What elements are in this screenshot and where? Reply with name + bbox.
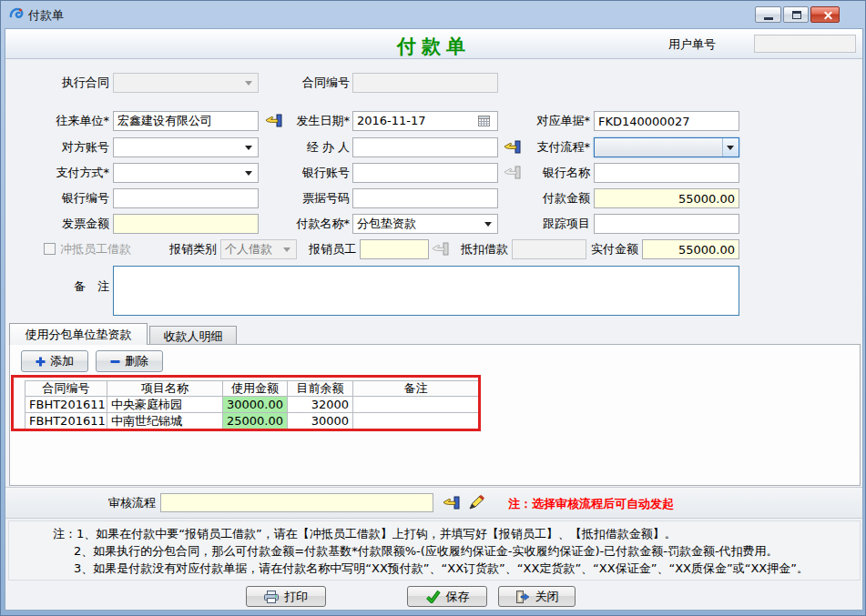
bank-no-label: 银行编号: [35, 188, 109, 208]
exec-contract-label: 执行合同: [42, 73, 109, 93]
bank-no-field[interactable]: [113, 188, 259, 208]
exit-door-icon: [515, 591, 530, 603]
chevron-down-icon: [283, 247, 290, 252]
app-icon: [9, 7, 24, 22]
date-picker-button[interactable]: [473, 113, 496, 129]
counterparty-label: 往来单位*: [35, 111, 109, 131]
occur-date-label: 发生日期*: [282, 111, 350, 131]
review-flow-label: 审核流程: [107, 493, 156, 513]
payment-window: 付款单 付款单 用户单号 执行合同 合同编号 往来单位*: [0, 0, 866, 616]
actual-amount-field[interactable]: [642, 239, 739, 259]
contract-no-field[interactable]: [352, 73, 498, 93]
chevron-down-icon: [245, 146, 252, 150]
review-flow-field[interactable]: [160, 493, 433, 512]
calendar-icon: [478, 116, 490, 126]
track-project-field[interactable]: [594, 214, 739, 234]
note-line-2: 2、如果执行的分包合同，那么可付款金额=付款基数*付款限额%-(应收履约保证金-…: [74, 543, 779, 560]
note-line-3: 3、如果是付款没有对应付款单据，请在付款名称中写明“XX预付款”、“XX订货款”…: [74, 560, 809, 577]
notes-box: 注：1、如果在付款中要“报销员工借款”，请在【冲抵员工借款】上打钩，并填写好【报…: [8, 520, 861, 581]
reimburse-type-label: 报销类别: [158, 239, 217, 259]
user-no-label: 用户单号: [663, 35, 716, 55]
pay-amount-label: 付款金额: [515, 188, 590, 208]
remark-textarea[interactable]: [113, 266, 739, 316]
form-header: 付款单 用户单号: [5, 29, 862, 59]
exec-contract-combo[interactable]: [113, 73, 259, 93]
counterparty-field[interactable]: [113, 111, 259, 131]
pay-method-combo[interactable]: [113, 163, 259, 183]
save-check-icon: [425, 590, 441, 603]
tab-panel: 添加 删除 合同编号 项目名称 使用金额 目前余额 备注 FBHT2016111: [9, 344, 861, 486]
tab-payee-detail[interactable]: 收款人明细: [149, 326, 237, 345]
save-button[interactable]: 保存: [407, 586, 487, 607]
review-flow-strip: 审核流程 注：选择审核流程后可自动发起: [5, 487, 862, 519]
bill-no-field[interactable]: [352, 188, 498, 208]
tab-subcontract-advance[interactable]: 使用分包单位垫资款: [9, 323, 148, 345]
col-project-name[interactable]: 项目名称: [107, 381, 223, 397]
chevron-down-icon: [727, 146, 734, 150]
actual-amount-label: 实付金额: [587, 239, 638, 259]
col-balance[interactable]: 目前余额: [288, 381, 353, 397]
contract-no-label: 合同编号: [282, 73, 350, 93]
plus-icon: [36, 357, 46, 367]
minimize-icon: [764, 17, 773, 20]
pay-name-label: 付款名称*: [282, 214, 350, 234]
review-flow-picker-icon[interactable]: [443, 495, 461, 511]
note-line-1: 注：1、如果在付款中要“报销员工借款”，请在【冲抵员工借款】上打钩，并填写好【报…: [53, 526, 677, 542]
pay-method-label: 支付方式*: [35, 163, 109, 183]
edit-pencil-icon[interactable]: [468, 494, 486, 510]
maximize-icon: [792, 11, 801, 19]
reimburse-employee-field[interactable]: [360, 239, 429, 259]
bill-no-label: 票据号码: [282, 188, 350, 208]
client-area: 付款单 用户单号 执行合同 合同编号 往来单位* 发生日期* 2016-11-1…: [5, 28, 863, 611]
add-button[interactable]: 添加: [21, 350, 88, 372]
related-doc-field[interactable]: [594, 111, 739, 131]
user-no-field[interactable]: [754, 35, 856, 53]
reimburse-employee-picker-icon: [432, 241, 450, 258]
remark-label: 备 注: [42, 277, 109, 297]
opposite-account-label: 对方账号: [35, 137, 109, 157]
print-button[interactable]: 打印: [246, 586, 326, 607]
reimburse-type-combo[interactable]: 个人借款: [220, 239, 297, 259]
bank-name-label: 银行名称: [515, 163, 590, 183]
handler-label: 经 办 人: [282, 137, 350, 157]
col-contract-no[interactable]: 合同编号: [25, 381, 107, 397]
opposite-account-combo[interactable]: [113, 137, 259, 157]
deduct-loan-field[interactable]: [512, 239, 586, 259]
table-row[interactable]: FBHT2016111601 中南世纪锦城 25000.00 30000: [25, 413, 479, 429]
track-project-label: 跟踪项目: [515, 214, 590, 234]
pay-name-combo[interactable]: 分包垫资款: [352, 214, 498, 234]
maximize-button[interactable]: [783, 6, 809, 23]
occur-date-field[interactable]: 2016-11-17: [352, 111, 498, 131]
close-form-button[interactable]: 关闭: [498, 586, 576, 607]
pay-amount-field[interactable]: [594, 188, 739, 208]
counterparty-picker-icon[interactable]: [265, 113, 283, 129]
window-title: 付款单: [28, 7, 64, 24]
table-row[interactable]: FBHT2016111602 中央豪庭柿园 30000.00 32000: [25, 397, 479, 413]
chevron-down-icon: [245, 171, 252, 176]
related-doc-label: 对应单据*: [515, 111, 590, 131]
bank-account-field[interactable]: [352, 163, 498, 183]
remove-button[interactable]: 删除: [96, 350, 163, 372]
invoice-amount-field[interactable]: [113, 214, 259, 234]
col-used-amount[interactable]: 使用金额: [223, 381, 288, 397]
minus-icon: [110, 357, 120, 367]
offset-employee-loan-checkbox[interactable]: [44, 243, 56, 255]
review-flow-note: 注：选择审核流程后可自动发起: [508, 496, 674, 512]
deduct-loan-label: 抵扣借款: [457, 239, 508, 259]
handler-field[interactable]: [352, 137, 498, 157]
pay-flow-label: 支付流程*: [515, 137, 590, 157]
table-header-row: 合同编号 项目名称 使用金额 目前余额 备注: [25, 381, 479, 397]
pay-flow-combo[interactable]: [594, 137, 739, 157]
close-button[interactable]: [810, 6, 840, 23]
bank-name-field[interactable]: [594, 163, 739, 183]
chevron-down-icon: [245, 81, 252, 86]
page-title: 付款单: [351, 34, 516, 59]
advance-table: 合同编号 项目名称 使用金额 目前余额 备注 FBHT2016111602 中央…: [25, 380, 479, 429]
title-bar: 付款单: [1, 1, 865, 28]
reimburse-employee-label: 报销员工: [307, 239, 356, 259]
invoice-amount-label: 发票金额: [35, 214, 109, 234]
minimize-button[interactable]: [755, 6, 781, 23]
bank-account-label: 银行账号: [282, 163, 350, 183]
offset-employee-loan-label: 冲抵员工借款: [60, 239, 142, 259]
col-remark[interactable]: 备注: [353, 381, 479, 397]
